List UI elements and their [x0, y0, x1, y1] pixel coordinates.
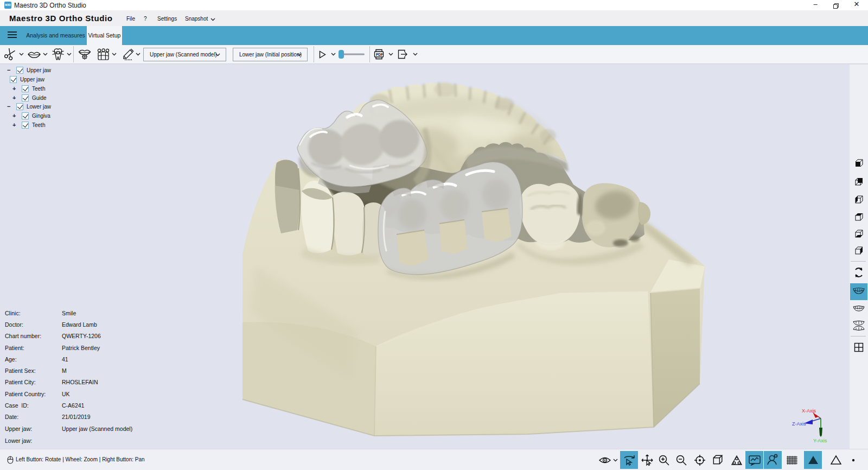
svg-text:PDF: PDF [376, 53, 383, 56]
svg-text:Y-Axis: Y-Axis [813, 438, 827, 443]
svg-text:X-Axis: X-Axis [802, 408, 816, 414]
svg-text:Z-Axis: Z-Axis [792, 421, 806, 427]
